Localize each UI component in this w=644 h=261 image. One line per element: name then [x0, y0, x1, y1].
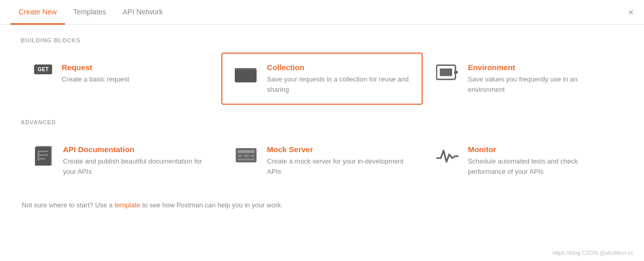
environment-icon	[436, 64, 459, 84]
tab-templates[interactable]: Templates	[65, 0, 115, 25]
svg-rect-4	[440, 69, 452, 76]
item-mock-server-title: Mock Server	[267, 145, 409, 154]
watermark: https://blog.CSDN @abolition cc	[553, 250, 634, 256]
tab-api-network[interactable]: API Network	[115, 0, 171, 25]
item-monitor[interactable]: Monitor Schedule automated tests and che…	[423, 135, 623, 187]
item-collection-text: Collection Save your requests in a colle…	[267, 63, 409, 94]
item-request[interactable]: GET Request Create a basic request	[21, 53, 221, 105]
item-request-title: Request	[61, 63, 129, 72]
footer-suffix: to see how Postman can help you in your …	[140, 201, 283, 209]
footer-template-link[interactable]: template	[115, 201, 140, 209]
svg-rect-11	[38, 158, 45, 160]
item-collection-desc: Save your requests in a collection for r…	[267, 74, 409, 94]
svg-rect-5	[454, 71, 457, 74]
item-monitor-title: Monitor	[468, 145, 610, 154]
item-environment-desc: Save values you frequently use in an env…	[468, 74, 610, 94]
item-api-documentation[interactable]: API Documentation Create and publish bea…	[21, 135, 221, 187]
svg-rect-13	[238, 150, 255, 153]
building-blocks-grid: GET Request Create a basic request Colle…	[21, 53, 623, 105]
item-environment-title: Environment	[468, 63, 610, 72]
tab-create-new[interactable]: Create New	[10, 0, 65, 25]
item-api-documentation-title: API Documentation	[63, 145, 208, 154]
section-label-advanced: ADVANCED	[21, 119, 623, 125]
tab-bar: Create New Templates API Network ×	[0, 0, 644, 25]
apidoc-icon	[34, 146, 54, 168]
svg-rect-9	[38, 151, 48, 152]
get-badge-icon: GET	[34, 64, 52, 73]
svg-rect-10	[38, 154, 48, 156]
svg-rect-17	[238, 158, 255, 160]
item-api-documentation-desc: Create and publish beautiful documentati…	[63, 156, 208, 176]
item-collection-title: Collection	[267, 63, 409, 72]
section-label-building-blocks: BUILDING BLOCKS	[21, 37, 623, 43]
item-api-documentation-text: API Documentation Create and publish bea…	[63, 145, 208, 176]
item-mock-server-desc: Create a mock server for your in-develop…	[267, 156, 409, 176]
svg-rect-7	[35, 147, 51, 166]
item-monitor-text: Monitor Schedule automated tests and che…	[468, 145, 610, 176]
main-content: BUILDING BLOCKS GET Request Create a bas…	[0, 25, 644, 221]
item-environment[interactable]: Environment Save values you frequently u…	[423, 53, 623, 105]
item-mock-server-text: Mock Server Create a mock server for you…	[267, 145, 409, 176]
monitor-icon	[436, 146, 459, 167]
item-request-desc: Create a basic request	[61, 74, 129, 85]
svg-rect-15	[245, 155, 249, 157]
item-request-text: Request Create a basic request	[61, 63, 129, 85]
item-environment-text: Environment Save values you frequently u…	[468, 63, 610, 94]
close-button[interactable]: ×	[628, 8, 634, 17]
mock-server-icon	[235, 146, 257, 167]
footer-prefix: Not sure where to start? Use a	[22, 201, 115, 209]
item-collection[interactable]: Collection Save your requests in a colle…	[221, 53, 422, 105]
advanced-grid: API Documentation Create and publish bea…	[21, 135, 623, 187]
item-mock-server[interactable]: Mock Server Create a mock server for you…	[221, 135, 422, 187]
svg-rect-14	[238, 155, 243, 157]
item-monitor-desc: Schedule automated tests and check perfo…	[468, 156, 610, 176]
footer-text: Not sure where to start? Use a template …	[21, 201, 623, 209]
folder-icon	[235, 64, 257, 86]
svg-rect-16	[251, 155, 254, 157]
svg-rect-2	[235, 70, 256, 83]
